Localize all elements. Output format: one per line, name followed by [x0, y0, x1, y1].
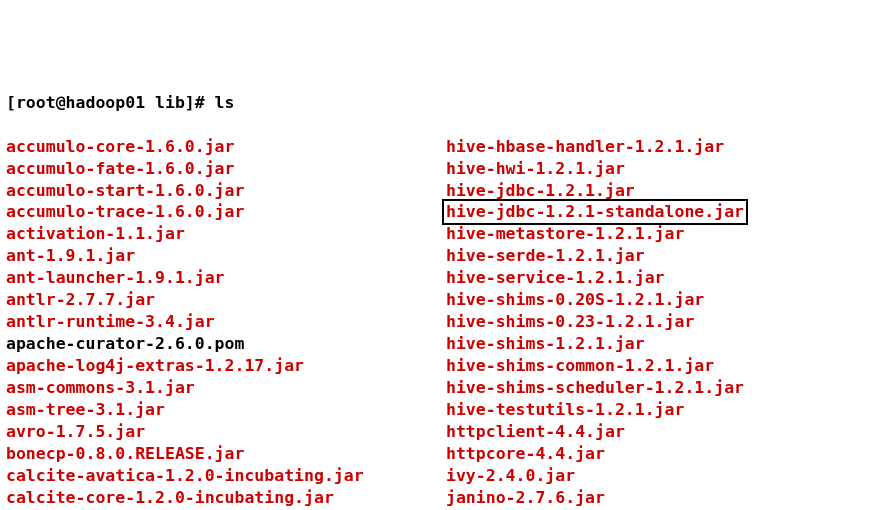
file-entry: asm-commons-3.1.jar	[6, 377, 446, 399]
ls-row: accumulo-start-1.6.0.jarhive-jdbc-1.2.1.…	[6, 180, 882, 202]
ls-row: asm-tree-3.1.jarhive-testutils-1.2.1.jar	[6, 399, 882, 421]
ls-row: antlr-2.7.7.jarhive-shims-0.20S-1.2.1.ja…	[6, 289, 882, 311]
file-entry: accumulo-fate-1.6.0.jar	[6, 158, 446, 180]
file-entry: hive-shims-common-1.2.1.jar	[446, 355, 714, 377]
file-name: hive-shims-0.20S-1.2.1.jar	[446, 290, 704, 309]
file-entry: hive-jdbc-1.2.1.jar	[446, 180, 635, 202]
file-entry: hive-jdbc-1.2.1-standalone.jar	[446, 201, 748, 223]
shell-prompt: [root@hadoop01 lib]# ls	[6, 92, 882, 114]
highlight-box: hive-jdbc-1.2.1-standalone.jar	[442, 199, 748, 225]
file-name: httpcore-4.4.jar	[446, 444, 605, 463]
file-name: accumulo-trace-1.6.0.jar	[6, 202, 244, 221]
file-name: asm-commons-3.1.jar	[6, 378, 195, 397]
file-name: hive-serde-1.2.1.jar	[446, 246, 645, 265]
file-name: accumulo-start-1.6.0.jar	[6, 181, 244, 200]
file-name: accumulo-core-1.6.0.jar	[6, 137, 234, 156]
ls-row: apache-curator-2.6.0.pomhive-shims-1.2.1…	[6, 333, 882, 355]
file-name: calcite-core-1.2.0-incubating.jar	[6, 488, 334, 507]
file-entry: hive-shims-1.2.1.jar	[446, 333, 645, 355]
file-entry: bonecp-0.8.0.RELEASE.jar	[6, 443, 446, 465]
file-name: ivy-2.4.0.jar	[446, 466, 575, 485]
file-name: ant-1.9.1.jar	[6, 246, 135, 265]
ls-row: activation-1.1.jarhive-metastore-1.2.1.j…	[6, 223, 882, 245]
file-entry: antlr-runtime-3.4.jar	[6, 311, 446, 333]
file-name: hive-service-1.2.1.jar	[446, 268, 665, 287]
file-name: hive-testutils-1.2.1.jar	[446, 400, 684, 419]
file-name: hive-metastore-1.2.1.jar	[446, 224, 684, 243]
file-entry: avro-1.7.5.jar	[6, 421, 446, 443]
file-name: apache-log4j-extras-1.2.17.jar	[6, 356, 304, 375]
ls-row: ant-launcher-1.9.1.jarhive-service-1.2.1…	[6, 267, 882, 289]
file-entry: calcite-core-1.2.0-incubating.jar	[6, 487, 446, 509]
ls-row: bonecp-0.8.0.RELEASE.jarhttpcore-4.4.jar	[6, 443, 882, 465]
file-name: hive-shims-common-1.2.1.jar	[446, 356, 714, 375]
ls-output: accumulo-core-1.6.0.jarhive-hbase-handle…	[6, 136, 882, 510]
file-entry: antlr-2.7.7.jar	[6, 289, 446, 311]
file-entry: accumulo-core-1.6.0.jar	[6, 136, 446, 158]
ls-row: apache-log4j-extras-1.2.17.jarhive-shims…	[6, 355, 882, 377]
file-entry: hive-testutils-1.2.1.jar	[446, 399, 684, 421]
file-name: asm-tree-3.1.jar	[6, 400, 165, 419]
file-name: bonecp-0.8.0.RELEASE.jar	[6, 444, 244, 463]
file-name: janino-2.7.6.jar	[446, 488, 605, 507]
file-entry: calcite-avatica-1.2.0-incubating.jar	[6, 465, 446, 487]
file-entry: apache-curator-2.6.0.pom	[6, 333, 446, 355]
file-name: avro-1.7.5.jar	[6, 422, 145, 441]
file-name: hive-jdbc-1.2.1-standalone.jar	[446, 202, 744, 221]
file-entry: janino-2.7.6.jar	[446, 487, 605, 509]
file-name: hive-jdbc-1.2.1.jar	[446, 181, 635, 200]
ls-row: asm-commons-3.1.jarhive-shims-scheduler-…	[6, 377, 882, 399]
ls-row: accumulo-trace-1.6.0.jarhive-jdbc-1.2.1-…	[6, 201, 882, 223]
ls-row: ant-1.9.1.jarhive-serde-1.2.1.jar	[6, 245, 882, 267]
file-name: hive-hbase-handler-1.2.1.jar	[446, 137, 724, 156]
file-entry: httpclient-4.4.jar	[446, 421, 625, 443]
file-name: hive-shims-1.2.1.jar	[446, 334, 645, 353]
file-entry: hive-metastore-1.2.1.jar	[446, 223, 684, 245]
file-name: accumulo-fate-1.6.0.jar	[6, 159, 234, 178]
ls-row: accumulo-core-1.6.0.jarhive-hbase-handle…	[6, 136, 882, 158]
file-entry: hive-service-1.2.1.jar	[446, 267, 665, 289]
file-entry: hive-shims-0.23-1.2.1.jar	[446, 311, 694, 333]
file-entry: ivy-2.4.0.jar	[446, 465, 575, 487]
file-name: hive-shims-0.23-1.2.1.jar	[446, 312, 694, 331]
file-entry: ant-1.9.1.jar	[6, 245, 446, 267]
file-name: activation-1.1.jar	[6, 224, 185, 243]
file-entry: hive-serde-1.2.1.jar	[446, 245, 645, 267]
file-entry: httpcore-4.4.jar	[446, 443, 605, 465]
file-entry: activation-1.1.jar	[6, 223, 446, 245]
ls-row: avro-1.7.5.jarhttpclient-4.4.jar	[6, 421, 882, 443]
file-entry: hive-shims-0.20S-1.2.1.jar	[446, 289, 704, 311]
file-entry: asm-tree-3.1.jar	[6, 399, 446, 421]
file-name-plain: apache-curator-2.6.0.pom	[6, 334, 244, 353]
ls-row: calcite-avatica-1.2.0-incubating.jarivy-…	[6, 465, 882, 487]
file-entry: ant-launcher-1.9.1.jar	[6, 267, 446, 289]
file-entry: accumulo-trace-1.6.0.jar	[6, 201, 446, 223]
file-entry: apache-log4j-extras-1.2.17.jar	[6, 355, 446, 377]
file-entry: hive-hbase-handler-1.2.1.jar	[446, 136, 724, 158]
file-name: antlr-2.7.7.jar	[6, 290, 155, 309]
file-entry: accumulo-start-1.6.0.jar	[6, 180, 446, 202]
file-name: hive-hwi-1.2.1.jar	[446, 159, 625, 178]
file-name: httpclient-4.4.jar	[446, 422, 625, 441]
ls-row: antlr-runtime-3.4.jarhive-shims-0.23-1.2…	[6, 311, 882, 333]
file-name: hive-shims-scheduler-1.2.1.jar	[446, 378, 744, 397]
file-entry: hive-hwi-1.2.1.jar	[446, 158, 625, 180]
ls-row: accumulo-fate-1.6.0.jarhive-hwi-1.2.1.ja…	[6, 158, 882, 180]
file-name: ant-launcher-1.9.1.jar	[6, 268, 225, 287]
ls-row: calcite-core-1.2.0-incubating.jarjanino-…	[6, 487, 882, 509]
file-entry: hive-shims-scheduler-1.2.1.jar	[446, 377, 744, 399]
file-name: antlr-runtime-3.4.jar	[6, 312, 215, 331]
file-name: calcite-avatica-1.2.0-incubating.jar	[6, 466, 364, 485]
